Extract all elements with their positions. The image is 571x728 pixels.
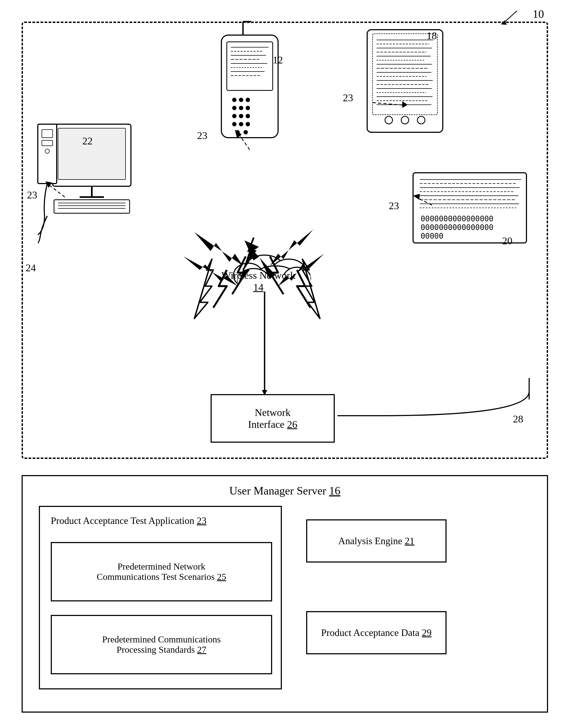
user-manager-server-box: User Manager Server 16 Product Acceptanc… [22, 475, 548, 713]
ref-23-phone-label: 23 [197, 130, 207, 141]
ref-23-computer-label: 23 [27, 189, 37, 201]
ref-23-terminal-label: 23 [389, 200, 399, 212]
outer-boundary-box [22, 22, 548, 459]
ref-24-label: 24 [26, 262, 36, 274]
server-title: User Manager Server 16 [229, 484, 340, 497]
pncts-box: Predetermined Network Communications Tes… [51, 542, 272, 601]
pat-app-box: Product Acceptance Test Application 23 P… [39, 506, 282, 690]
ref-22-label: 22 [82, 135, 93, 147]
ref-20-label: 20 [502, 235, 512, 247]
analysis-engine-box: Analysis Engine 21 [306, 519, 447, 563]
analysis-engine-text: Analysis Engine 21 [338, 535, 415, 547]
svg-line-0 [503, 11, 517, 23]
network-interface-box: Network Interface 26 [211, 394, 335, 443]
ref-12-label: 12 [273, 54, 283, 66]
pcps-box: Predetermined Communications Processing … [51, 615, 272, 674]
wireless-network-label: Wireless Network 14 [221, 269, 295, 293]
ref-18-label: 18 [427, 30, 437, 41]
pat-app-title: Product Acceptance Test Application 23 [51, 515, 207, 526]
product-acceptance-data-box: Product Acceptance Data 29 [306, 611, 447, 654]
pncts-text: Predetermined Network Communications Tes… [94, 559, 229, 585]
ref-28-label: 28 [513, 413, 523, 425]
ref-23-pda-label: 23 [343, 92, 353, 104]
pcps-text: Predetermined Communications Processing … [99, 632, 223, 657]
ref-10-number: 10 [533, 8, 544, 20]
product-acceptance-data-text: Product Acceptance Data 29 [321, 627, 432, 638]
